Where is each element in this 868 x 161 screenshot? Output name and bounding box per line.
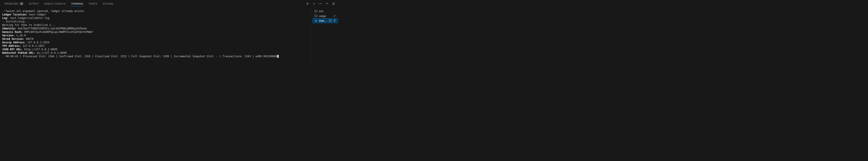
svg-point-5 bbox=[315, 20, 317, 22]
terminal-value: test-ledger/validator.log bbox=[8, 17, 49, 20]
panel-tabs: Problems 3 Output Debug Console Terminal… bbox=[2, 1, 306, 7]
tab-problems-label: Problems bbox=[4, 2, 18, 5]
terminal-output[interactable]: --faucet-sol argument ignored, ledger al… bbox=[0, 8, 312, 63]
trash-icon[interactable] bbox=[333, 19, 336, 22]
tab-output[interactable]: Output bbox=[26, 1, 41, 6]
terminal-list-label: zsh bbox=[319, 9, 323, 13]
terminal-value: HsE7bwY7fSRNTG2NTK5jrzptsRJPKW1yMDNXg1KZ… bbox=[16, 27, 87, 30]
terminal-sidebar: zsh cargo Deb… bbox=[312, 8, 338, 63]
spinner-icon: ⠒ bbox=[2, 55, 6, 58]
maximize-panel-icon[interactable] bbox=[325, 2, 329, 5]
check-icon bbox=[333, 14, 336, 18]
terminal-line: 00:00:43 | Processed Slot: 1364 | Confir… bbox=[6, 55, 277, 58]
tab-ports-label: Ports bbox=[89, 2, 97, 5]
terminal-line: --faucet-sol argument ignored, ledger al… bbox=[2, 9, 84, 12]
terminal-list-item-debug[interactable]: Deb… bbox=[313, 19, 337, 23]
terminal-list-item-cargo[interactable]: cargo bbox=[313, 14, 337, 18]
panel-body: --faucet-sol argument ignored, ledger al… bbox=[0, 8, 338, 63]
tab-debug-console-label: Debug Console bbox=[44, 2, 66, 5]
terminal-line: Initializing... bbox=[6, 20, 29, 23]
terminal-value: http://127.0.0.1:8899 bbox=[23, 48, 57, 51]
new-terminal-button[interactable] bbox=[306, 2, 309, 5]
terminal-label: Ledger location: bbox=[2, 13, 27, 16]
terminal-value: 127.0.0.1:1027 bbox=[21, 44, 44, 47]
svg-rect-3 bbox=[315, 10, 317, 12]
cursor-icon bbox=[277, 55, 279, 58]
terminal-label: JSON RPC URL: bbox=[2, 48, 23, 51]
spinner-icon: ⠒ bbox=[2, 20, 6, 23]
terminal-list-item-zsh[interactable]: zsh bbox=[313, 9, 337, 13]
terminal-list-label: cargo bbox=[319, 14, 326, 18]
svg-point-0 bbox=[319, 3, 320, 4]
terminal-value: H9PLdH7ZavhcAQdHPgLapi3WdM72cwYXubTmUrkt… bbox=[23, 30, 93, 33]
terminal-value: 48570 bbox=[24, 37, 33, 40]
tab-terminal-label: Terminal bbox=[71, 2, 84, 5]
terminal-label: TPU Address: bbox=[2, 44, 21, 47]
tab-gitlens-label: GitLens bbox=[103, 2, 113, 5]
terminal-dropdown-icon[interactable] bbox=[312, 2, 316, 5]
terminal-value: 1.18.0 bbox=[15, 34, 26, 37]
terminal-value: test-ledger bbox=[27, 13, 46, 16]
tab-problems-badge: 3 bbox=[20, 2, 24, 5]
terminal-line: Waiting for fees to stabilize 1... bbox=[2, 24, 56, 27]
debug-icon bbox=[314, 19, 318, 23]
tab-terminal[interactable]: Terminal bbox=[68, 1, 86, 6]
close-panel-icon[interactable] bbox=[332, 2, 335, 5]
terminal-label: Shred Version: bbox=[2, 37, 24, 40]
more-actions-icon[interactable] bbox=[319, 2, 322, 5]
svg-point-2 bbox=[321, 3, 322, 4]
terminal-label: Identity: bbox=[2, 27, 16, 30]
tab-debug-console[interactable]: Debug Console bbox=[41, 1, 68, 6]
tab-problems[interactable]: Problems 3 bbox=[2, 1, 26, 7]
terminal-value: ws://127.0.0.1:8900 bbox=[35, 51, 67, 54]
terminal-label: Version: bbox=[2, 34, 15, 37]
svg-point-1 bbox=[320, 3, 321, 4]
panel-header: Problems 3 Output Debug Console Terminal… bbox=[0, 0, 338, 8]
split-terminal-icon[interactable] bbox=[329, 19, 332, 22]
terminal-label: Log: bbox=[2, 17, 8, 20]
terminal-list-label: Deb… bbox=[319, 19, 327, 23]
tab-output-label: Output bbox=[29, 2, 39, 5]
svg-rect-4 bbox=[315, 15, 317, 17]
terminal-icon bbox=[314, 14, 318, 18]
tab-ports[interactable]: Ports bbox=[86, 1, 100, 6]
terminal-value: 127.0.0.1:1024 bbox=[26, 41, 49, 44]
tab-gitlens[interactable]: GitLens bbox=[100, 1, 116, 6]
terminal-icon bbox=[314, 9, 318, 13]
terminal-label: WebSocket PubSub URL: bbox=[2, 51, 35, 54]
terminal-label: Gossip Address: bbox=[2, 41, 26, 44]
panel-header-actions bbox=[306, 2, 337, 5]
terminal-label: Genesis Hash: bbox=[2, 30, 23, 33]
